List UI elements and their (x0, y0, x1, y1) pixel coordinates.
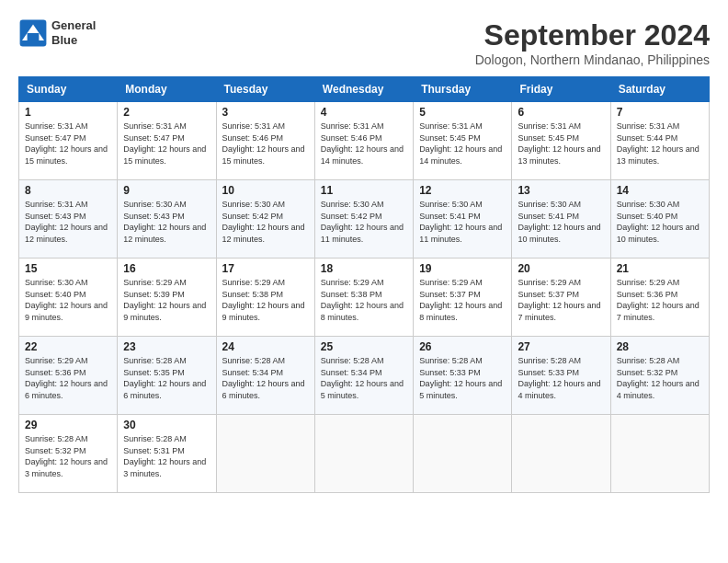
day-detail: Sunrise: 5:28 AM Sunset: 5:34 PM Dayligh… (321, 355, 407, 401)
calendar-cell (610, 415, 709, 493)
day-number: 30 (123, 419, 210, 431)
day-detail: Sunrise: 5:30 AM Sunset: 5:43 PM Dayligh… (123, 199, 210, 245)
svg-rect-2 (28, 33, 40, 40)
calendar-table: SundayMondayTuesdayWednesdayThursdayFrid… (18, 76, 710, 493)
day-detail: Sunrise: 5:30 AM Sunset: 5:42 PM Dayligh… (222, 199, 309, 245)
day-number: 29 (25, 419, 111, 431)
week-row-1: 1 Sunrise: 5:31 AM Sunset: 5:47 PM Dayli… (19, 102, 710, 180)
month-title: September 2024 (475, 18, 710, 52)
page-header: General Blue September 2024 Dologon, Nor… (18, 18, 710, 67)
week-row-3: 15 Sunrise: 5:30 AM Sunset: 5:40 PM Dayl… (19, 259, 710, 337)
calendar-cell: 16 Sunrise: 5:29 AM Sunset: 5:39 PM Dayl… (118, 259, 216, 337)
day-detail: Sunrise: 5:29 AM Sunset: 5:38 PM Dayligh… (222, 277, 309, 323)
day-detail: Sunrise: 5:28 AM Sunset: 5:33 PM Dayligh… (518, 355, 604, 401)
day-detail: Sunrise: 5:30 AM Sunset: 5:40 PM Dayligh… (25, 277, 111, 323)
logo-icon (18, 18, 48, 48)
calendar-cell: 1 Sunrise: 5:31 AM Sunset: 5:47 PM Dayli… (19, 102, 118, 180)
day-number: 23 (123, 340, 210, 353)
calendar-cell: 9 Sunrise: 5:30 AM Sunset: 5:43 PM Dayli… (118, 180, 216, 259)
day-detail: Sunrise: 5:30 AM Sunset: 5:41 PM Dayligh… (419, 199, 506, 245)
calendar-cell (512, 415, 610, 493)
calendar-cell: 5 Sunrise: 5:31 AM Sunset: 5:45 PM Dayli… (414, 102, 512, 180)
calendar-cell: 21 Sunrise: 5:29 AM Sunset: 5:36 PM Dayl… (610, 259, 709, 337)
day-detail: Sunrise: 5:31 AM Sunset: 5:45 PM Dayligh… (518, 121, 604, 167)
calendar-cell: 11 Sunrise: 5:30 AM Sunset: 5:42 PM Dayl… (314, 180, 413, 259)
weekday-header-monday: Monday (118, 77, 216, 102)
day-number: 8 (25, 184, 111, 197)
location-title: Dologon, Northern Mindanao, Philippines (475, 52, 710, 67)
day-number: 24 (222, 340, 309, 353)
calendar-cell: 8 Sunrise: 5:31 AM Sunset: 5:43 PM Dayli… (19, 180, 118, 259)
week-row-4: 22 Sunrise: 5:29 AM Sunset: 5:36 PM Dayl… (19, 337, 710, 415)
day-number: 5 (419, 106, 506, 119)
day-detail: Sunrise: 5:29 AM Sunset: 5:39 PM Dayligh… (123, 277, 210, 323)
day-number: 22 (25, 340, 111, 353)
calendar-cell: 18 Sunrise: 5:29 AM Sunset: 5:38 PM Dayl… (314, 259, 413, 337)
day-number: 27 (518, 340, 604, 353)
calendar-cell: 12 Sunrise: 5:30 AM Sunset: 5:41 PM Dayl… (414, 180, 512, 259)
calendar-cell: 19 Sunrise: 5:29 AM Sunset: 5:37 PM Dayl… (414, 259, 512, 337)
calendar-cell: 30 Sunrise: 5:28 AM Sunset: 5:31 PM Dayl… (118, 415, 216, 493)
day-detail: Sunrise: 5:28 AM Sunset: 5:32 PM Dayligh… (25, 433, 111, 479)
calendar-cell: 13 Sunrise: 5:30 AM Sunset: 5:41 PM Dayl… (512, 180, 610, 259)
day-number: 18 (321, 262, 407, 275)
day-detail: Sunrise: 5:29 AM Sunset: 5:37 PM Dayligh… (518, 277, 604, 323)
calendar-cell: 7 Sunrise: 5:31 AM Sunset: 5:44 PM Dayli… (610, 102, 709, 180)
weekday-header-sunday: Sunday (19, 77, 118, 102)
day-detail: Sunrise: 5:31 AM Sunset: 5:46 PM Dayligh… (222, 121, 309, 167)
calendar-cell: 3 Sunrise: 5:31 AM Sunset: 5:46 PM Dayli… (216, 102, 314, 180)
day-number: 9 (123, 184, 210, 197)
day-detail: Sunrise: 5:29 AM Sunset: 5:37 PM Dayligh… (419, 277, 506, 323)
weekday-header-wednesday: Wednesday (314, 77, 413, 102)
day-number: 1 (25, 106, 111, 119)
calendar-cell: 10 Sunrise: 5:30 AM Sunset: 5:42 PM Dayl… (216, 180, 314, 259)
title-section: September 2024 Dologon, Northern Mindana… (475, 18, 710, 67)
day-detail: Sunrise: 5:31 AM Sunset: 5:45 PM Dayligh… (419, 121, 506, 167)
day-detail: Sunrise: 5:31 AM Sunset: 5:47 PM Dayligh… (123, 121, 210, 167)
calendar-cell: 4 Sunrise: 5:31 AM Sunset: 5:46 PM Dayli… (314, 102, 413, 180)
day-number: 4 (321, 106, 407, 119)
day-detail: Sunrise: 5:30 AM Sunset: 5:41 PM Dayligh… (518, 199, 604, 245)
day-number: 10 (222, 184, 309, 197)
calendar-cell: 14 Sunrise: 5:30 AM Sunset: 5:40 PM Dayl… (610, 180, 709, 259)
calendar-cell: 20 Sunrise: 5:29 AM Sunset: 5:37 PM Dayl… (512, 259, 610, 337)
day-detail: Sunrise: 5:31 AM Sunset: 5:43 PM Dayligh… (25, 199, 111, 245)
day-detail: Sunrise: 5:28 AM Sunset: 5:31 PM Dayligh… (123, 433, 210, 479)
weekday-header-thursday: Thursday (414, 77, 512, 102)
day-number: 21 (617, 262, 703, 275)
day-number: 15 (25, 262, 111, 275)
calendar-cell: 2 Sunrise: 5:31 AM Sunset: 5:47 PM Dayli… (118, 102, 216, 180)
weekday-header-friday: Friday (512, 77, 610, 102)
day-number: 13 (518, 184, 604, 197)
day-number: 19 (419, 262, 506, 275)
day-detail: Sunrise: 5:30 AM Sunset: 5:42 PM Dayligh… (321, 199, 407, 245)
day-number: 28 (617, 340, 703, 353)
day-detail: Sunrise: 5:28 AM Sunset: 5:35 PM Dayligh… (123, 355, 210, 401)
day-number: 17 (222, 262, 309, 275)
calendar-cell: 6 Sunrise: 5:31 AM Sunset: 5:45 PM Dayli… (512, 102, 610, 180)
day-detail: Sunrise: 5:29 AM Sunset: 5:36 PM Dayligh… (617, 277, 703, 323)
day-detail: Sunrise: 5:30 AM Sunset: 5:40 PM Dayligh… (617, 199, 703, 245)
calendar-cell: 25 Sunrise: 5:28 AM Sunset: 5:34 PM Dayl… (314, 337, 413, 415)
logo: General Blue (18, 18, 96, 48)
day-detail: Sunrise: 5:31 AM Sunset: 5:47 PM Dayligh… (25, 121, 111, 167)
day-number: 6 (518, 106, 604, 119)
day-number: 16 (123, 262, 210, 275)
calendar-cell: 26 Sunrise: 5:28 AM Sunset: 5:33 PM Dayl… (414, 337, 512, 415)
day-number: 2 (123, 106, 210, 119)
day-detail: Sunrise: 5:29 AM Sunset: 5:38 PM Dayligh… (321, 277, 407, 323)
day-number: 26 (419, 340, 506, 353)
day-number: 14 (617, 184, 703, 197)
calendar-cell: 17 Sunrise: 5:29 AM Sunset: 5:38 PM Dayl… (216, 259, 314, 337)
day-number: 12 (419, 184, 506, 197)
day-detail: Sunrise: 5:28 AM Sunset: 5:33 PM Dayligh… (419, 355, 506, 401)
logo-text: General Blue (51, 18, 96, 47)
week-row-5: 29 Sunrise: 5:28 AM Sunset: 5:32 PM Dayl… (19, 415, 710, 493)
day-number: 25 (321, 340, 407, 353)
day-number: 7 (617, 106, 703, 119)
calendar-cell: 23 Sunrise: 5:28 AM Sunset: 5:35 PM Dayl… (118, 337, 216, 415)
day-number: 11 (321, 184, 407, 197)
day-detail: Sunrise: 5:31 AM Sunset: 5:46 PM Dayligh… (321, 121, 407, 167)
weekday-header-row: SundayMondayTuesdayWednesdayThursdayFrid… (19, 77, 710, 102)
calendar-cell (216, 415, 314, 493)
